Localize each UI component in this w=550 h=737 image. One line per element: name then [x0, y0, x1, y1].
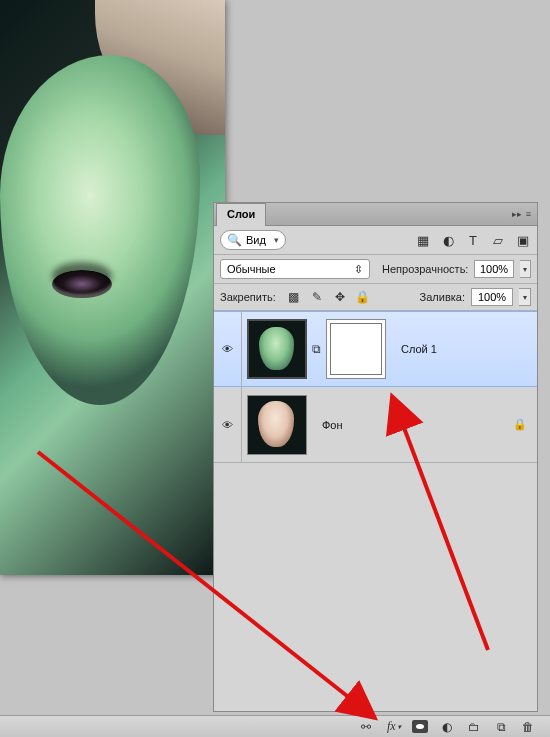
eye-icon: 👁: [222, 419, 233, 431]
thumbnail-preview: [259, 327, 294, 371]
filter-text-icon[interactable]: T: [465, 232, 481, 248]
blend-mode-select[interactable]: Обычные ⇳: [220, 259, 370, 279]
layer-row[interactable]: 👁 ⧉ Слой 1: [214, 311, 537, 387]
new-layer-icon[interactable]: ⧉: [493, 719, 509, 735]
layer-thumbnail[interactable]: [247, 395, 307, 455]
lock-move-icon[interactable]: ✥: [332, 290, 348, 304]
filter-smart-icon[interactable]: ▣: [515, 232, 531, 248]
add-mask-icon[interactable]: [412, 720, 428, 733]
collapse-icon[interactable]: ▸▸: [512, 209, 522, 219]
fill-input[interactable]: 100%: [471, 288, 513, 306]
lock-paint-icon[interactable]: ✎: [309, 290, 325, 304]
lock-label: Закрепить:: [220, 291, 276, 303]
layer-filter-icons: ▦ ◐ T ▱ ▣: [415, 232, 531, 248]
layers-filter-row: 🔍 Вид ▾ ▦ ◐ T ▱ ▣: [214, 226, 537, 255]
filter-shape-icon[interactable]: ▱: [490, 232, 506, 248]
canvas-eye-illustration: [52, 270, 112, 298]
filter-pixel-icon[interactable]: ▦: [415, 232, 431, 248]
opacity-label: Непрозрачность:: [382, 263, 468, 275]
layer-row[interactable]: 👁 Фон 🔒: [214, 387, 537, 463]
layer-mask-thumbnail[interactable]: [326, 319, 386, 379]
panel-menu-icon[interactable]: ≡: [526, 209, 531, 219]
layer-name-label[interactable]: Слой 1: [401, 343, 437, 355]
visibility-toggle[interactable]: 👁: [214, 387, 242, 462]
panel-tabbar: Слои ▸▸ ≡: [214, 203, 537, 226]
opacity-input[interactable]: 100%: [474, 260, 513, 278]
layer-thumbnail[interactable]: [247, 319, 307, 379]
layers-bottom-bar: ⚯ fx▾ ◐ 🗀 ⧉ 🗑: [0, 715, 550, 737]
fill-label: Заливка:: [420, 291, 465, 303]
tab-layers[interactable]: Слои: [216, 203, 266, 226]
layers-list[interactable]: 👁 ⧉ Слой 1 👁 Фон 🔒: [214, 311, 537, 711]
canvas-face-illustration: [0, 55, 200, 405]
eye-icon: 👁: [222, 343, 233, 355]
fx-icon[interactable]: fx▾: [385, 719, 401, 735]
filter-adjustment-icon[interactable]: ◐: [440, 232, 456, 248]
link-layers-icon[interactable]: ⚯: [358, 719, 374, 735]
lock-transparent-icon[interactable]: ▩: [286, 290, 302, 304]
blend-mode-value: Обычные: [227, 263, 276, 275]
lock-icon: 🔒: [513, 418, 527, 431]
delete-layer-icon[interactable]: 🗑: [520, 719, 536, 735]
blendmode-row: Обычные ⇳ Непрозрачность: 100% ▾: [214, 255, 537, 284]
layer-filter-kind-select[interactable]: 🔍 Вид ▾: [220, 230, 286, 250]
chevron-down-icon: ▾: [274, 235, 279, 245]
layer-name-label[interactable]: Фон: [322, 419, 343, 431]
chevron-updown-icon: ⇳: [354, 263, 363, 276]
lock-row: Закрепить: ▩ ✎ ✥ 🔒 Заливка: 100% ▾: [214, 284, 537, 311]
search-icon: 🔍: [227, 233, 242, 247]
filter-kind-label: Вид: [246, 234, 266, 246]
fill-stepper[interactable]: ▾: [519, 288, 531, 306]
mask-link-icon[interactable]: ⧉: [312, 342, 321, 356]
new-adjustment-icon[interactable]: ◐: [439, 719, 455, 735]
document-canvas[interactable]: [0, 0, 225, 575]
opacity-stepper[interactable]: ▾: [520, 260, 531, 278]
layers-panel: Слои ▸▸ ≡ 🔍 Вид ▾ ▦ ◐ T ▱ ▣ Обычные ⇳ Не…: [213, 202, 538, 712]
new-group-icon[interactable]: 🗀: [466, 719, 482, 735]
visibility-toggle[interactable]: 👁: [214, 312, 242, 386]
lock-all-icon[interactable]: 🔒: [355, 290, 371, 304]
thumbnail-preview: [258, 401, 294, 446]
